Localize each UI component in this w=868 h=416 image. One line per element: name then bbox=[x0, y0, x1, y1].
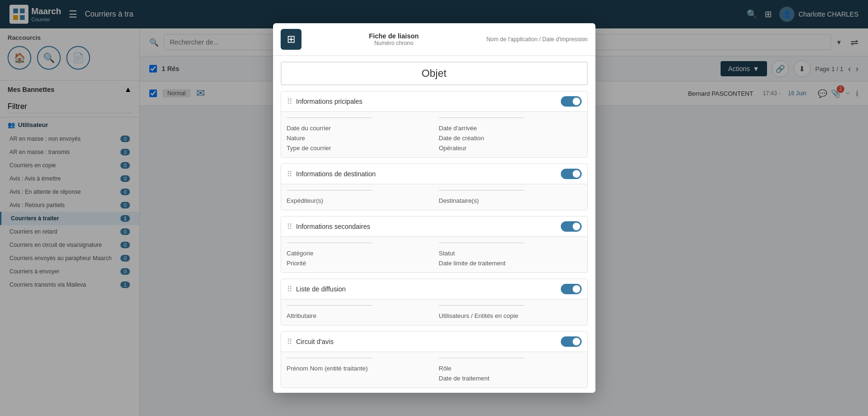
modal-header: ⊞ Fiche de liaison Numéro chrono Nom de … bbox=[273, 23, 595, 56]
field-type-courrier: Type de courrier bbox=[287, 145, 429, 152]
field-statut: Statut bbox=[439, 250, 582, 257]
fields-liste-diffusion: Attributaire Utilisateurs / Entités en c… bbox=[281, 299, 587, 325]
section-title-circuit-avis: Circuit d'avis bbox=[296, 338, 334, 345]
fiche-sub: Numéro chrono bbox=[369, 40, 419, 46]
drag-icon: ⠿ bbox=[287, 285, 292, 294]
field-operateur: Opérateur bbox=[439, 145, 582, 152]
section-header-liste-diffusion[interactable]: ⠿ Liste de diffusion bbox=[281, 279, 587, 299]
section-circuit-avis: ⠿ Circuit d'avis Prénom Nom (entité trai… bbox=[281, 331, 588, 388]
fiche-title: Fiche de liaison bbox=[369, 32, 419, 40]
field-prenom-nom-avis: Prénom Nom (entité traitante) bbox=[287, 365, 429, 372]
field-date-limite: Date limite de traitement bbox=[439, 260, 582, 267]
field-role-avis: Rôle bbox=[439, 365, 582, 372]
toggle-info-secondaires[interactable] bbox=[561, 221, 582, 232]
drag-icon: ⠿ bbox=[287, 222, 292, 231]
section-title-info-secondaires: Informations secondaires bbox=[296, 223, 370, 230]
drag-icon: ⠿ bbox=[287, 97, 292, 106]
fields-info-destination: Expéditeur(s) Destinataire(s) bbox=[281, 184, 587, 210]
drag-icon: ⠿ bbox=[287, 337, 292, 346]
section-title-info-principales: Informations pricipales bbox=[296, 98, 363, 105]
toggle-circuit-avis[interactable] bbox=[561, 336, 582, 347]
modal-logo: ⊞ bbox=[281, 29, 302, 50]
section-header-info-principales[interactable]: ⠿ Informations pricipales bbox=[281, 91, 587, 111]
fields-circuit-avis: Prénom Nom (entité traitante) Rôle Date … bbox=[281, 352, 587, 388]
section-title-liste-diffusion: Liste de diffusion bbox=[296, 285, 346, 293]
toggle-liste-diffusion[interactable] bbox=[561, 284, 582, 294]
objet-field: Objet bbox=[281, 62, 588, 85]
field-priorite: Priorité bbox=[287, 260, 429, 267]
section-header-circuit-avis[interactable]: ⠿ Circuit d'avis bbox=[281, 332, 587, 352]
field-date-arrivee: Date d'arrivée bbox=[439, 125, 582, 132]
field-destinataires: Destinataire(s) bbox=[439, 197, 582, 204]
field-expediteurs: Expéditeur(s) bbox=[287, 197, 429, 204]
field-categorie: Catégorie bbox=[287, 250, 429, 257]
field-attributaire: Attributaire bbox=[287, 312, 429, 319]
app-info: Nom de l'application / Date d'impression bbox=[486, 36, 587, 43]
section-header-info-secondaires[interactable]: ⠿ Informations secondaires bbox=[281, 217, 587, 236]
fiche-info: Fiche de liaison Numéro chrono bbox=[369, 32, 419, 46]
fields-info-principales: Date du courrier Nature Type de courrier… bbox=[281, 111, 587, 157]
field-date-courrier: Date du courrier bbox=[287, 125, 429, 132]
fiche-modal: ⊞ Fiche de liaison Numéro chrono Nom de … bbox=[273, 23, 595, 393]
modal-overlay: ⊞ Fiche de liaison Numéro chrono Nom de … bbox=[0, 0, 868, 416]
drag-icon: ⠿ bbox=[287, 170, 292, 179]
field-utilisateurs-entites: Utilisateurs / Entités en copie bbox=[439, 312, 582, 319]
section-info-principales: ⠿ Informations pricipales Date du courri… bbox=[281, 91, 588, 158]
toggle-info-principales[interactable] bbox=[561, 96, 582, 107]
section-info-destination: ⠿ Informations de destination Expéditeur… bbox=[281, 163, 588, 210]
toggle-info-destination[interactable] bbox=[561, 169, 582, 179]
section-info-secondaires: ⠿ Informations secondaires Catégorie Pri… bbox=[281, 216, 588, 273]
section-header-info-destination[interactable]: ⠿ Informations de destination bbox=[281, 164, 587, 184]
field-date-traitement-avis: Date de traitement bbox=[439, 375, 582, 382]
section-title-info-destination: Informations de destination bbox=[296, 170, 376, 178]
section-liste-diffusion: ⠿ Liste de diffusion Attributaire Utilis… bbox=[281, 279, 588, 326]
field-date-creation: Date de création bbox=[439, 135, 582, 142]
fields-info-secondaires: Catégorie Priorité Statut Date limite de… bbox=[281, 236, 587, 272]
field-nature: Nature bbox=[287, 135, 429, 142]
